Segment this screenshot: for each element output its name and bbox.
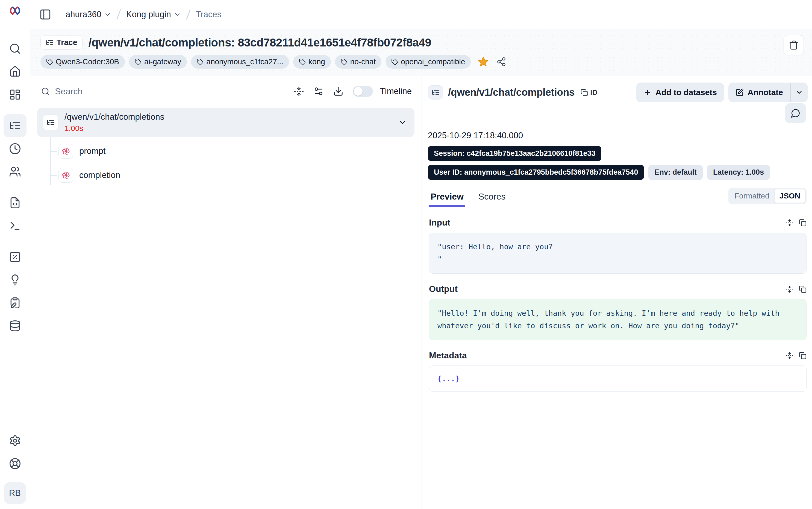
download-icon	[333, 86, 343, 97]
plus-icon	[643, 88, 652, 97]
metadata-section: Metadata {...}	[428, 350, 808, 392]
tag-pill[interactable]: kong	[293, 55, 331, 69]
chevron-down-icon	[398, 118, 407, 127]
sidebar-item-search[interactable]	[4, 37, 27, 60]
terminal-icon	[9, 220, 21, 232]
comments-button[interactable]	[785, 103, 806, 123]
sidebar-item-sessions[interactable]	[4, 137, 27, 160]
tree-search-row: Timeline	[37, 81, 414, 102]
env-badge: Env: default	[648, 165, 703, 180]
trace-node-badge	[43, 114, 59, 130]
star-icon	[478, 56, 489, 68]
breadcrumb-project-selector[interactable]: Kong plugin	[126, 9, 181, 20]
breadcrumb-org-selector[interactable]: ahura360	[66, 9, 111, 20]
app-logo[interactable]	[8, 4, 22, 18]
breadcrumb-page[interactable]: Traces	[196, 9, 222, 20]
output-content: "Hello! I'm doing well, thank you for as…	[437, 307, 798, 332]
fold-vertical-icon[interactable]	[786, 285, 793, 293]
tree-settings-button[interactable]	[313, 86, 324, 97]
copy-icon[interactable]	[799, 285, 807, 293]
tag-icon	[391, 59, 398, 65]
share-button[interactable]	[496, 57, 506, 67]
collapse-all-button[interactable]	[294, 86, 304, 97]
download-button[interactable]	[333, 86, 343, 97]
trash-icon	[789, 40, 799, 50]
tree-root-node[interactable]: /qwen/v1/chat/completions 1.00s	[37, 108, 414, 137]
chevron-down-icon	[104, 11, 111, 18]
list-tree-icon	[9, 120, 21, 132]
tag-icon	[197, 59, 204, 65]
breadcrumb-page-label: Traces	[196, 9, 222, 20]
session-badge[interactable]: Session: c42fca19b75e13aac2b2106610f81e3…	[428, 146, 601, 161]
gear-icon	[9, 435, 21, 447]
sidebar-item-prompts[interactable]	[4, 191, 27, 214]
tag-pill[interactable]: anonymous_c1fca27...	[191, 55, 289, 69]
copy-icon[interactable]	[799, 352, 807, 360]
sidebar-item-home[interactable]	[4, 60, 27, 83]
bookmark-star-button[interactable]	[478, 56, 489, 68]
add-to-datasets-label: Add to datasets	[656, 88, 717, 97]
metadata-content-box[interactable]: {...}	[429, 366, 807, 392]
tag-pill[interactable]: Qwen3-Coder:30B	[40, 55, 125, 69]
sidebar-item-dashboards[interactable]	[4, 83, 27, 106]
sidebar-item-playground[interactable]	[4, 214, 27, 237]
annotate-dropdown-button[interactable]	[790, 82, 808, 102]
user-avatar[interactable]: RB	[4, 482, 26, 504]
tab-preview[interactable]: Preview	[429, 192, 465, 207]
main-column: ahura360 Kong plugin Traces Trace	[30, 0, 812, 509]
copy-id-button[interactable]: ID	[581, 88, 597, 97]
home-icon	[9, 66, 21, 78]
tag-label: Qwen3-Coder:30B	[56, 58, 119, 66]
sidebar-item-evaluation[interactable]	[4, 245, 27, 268]
logo-icon	[8, 4, 22, 18]
tag-label: anonymous_c1fca27...	[206, 58, 283, 66]
add-to-datasets-button[interactable]: Add to datasets	[636, 82, 724, 102]
trace-title: /qwen/v1/chat/completions: 83cd78211d41e…	[88, 36, 432, 49]
fold-vertical-icon[interactable]	[786, 219, 793, 227]
tag-label: ai-gateway	[144, 58, 181, 66]
trace-type-label: Trace	[57, 38, 77, 47]
fold-vertical-icon[interactable]	[786, 352, 793, 360]
breadcrumb-org-label: ahura360	[66, 9, 101, 20]
tree-child-node[interactable]: prompt	[59, 141, 414, 161]
trace-badge	[428, 85, 443, 100]
sidebar-item-support[interactable]	[4, 452, 27, 475]
sidebar-item-insights[interactable]	[4, 268, 27, 292]
tree-child-label: completion	[79, 170, 120, 180]
output-content-box: "Hello! I'm doing well, thank you for as…	[429, 299, 807, 340]
sidebar-item-datasets[interactable]	[4, 314, 27, 337]
sidebar-nav	[4, 37, 27, 337]
format-option-formatted[interactable]: Formatted	[730, 190, 774, 203]
delete-trace-button[interactable]	[784, 35, 804, 55]
sidebar-item-tracing[interactable]	[4, 114, 27, 137]
input-content-box: "user: Hello, how are you? "	[429, 233, 807, 274]
tag-pill[interactable]: no-chat	[335, 55, 381, 69]
tag-pill[interactable]: openai_compatible	[385, 55, 471, 69]
input-heading: Input	[429, 217, 450, 228]
latency-badge: Latency: 1.00s	[707, 165, 770, 180]
search-input[interactable]	[55, 87, 288, 97]
tab-scores[interactable]: Scores	[477, 192, 507, 207]
tree-collapse-chevron[interactable]	[398, 118, 407, 127]
sidebar-item-users[interactable]	[4, 160, 27, 183]
event-node-badge	[59, 168, 73, 182]
copy-icon[interactable]	[799, 219, 807, 227]
tag-pill[interactable]: ai-gateway	[129, 55, 187, 69]
user-id-badge[interactable]: User ID: anonymous_c1fca2795bbedc5f36678…	[428, 165, 644, 180]
list-tree-icon	[46, 38, 54, 47]
annotate-button[interactable]: Annotate	[728, 82, 790, 102]
trace-timestamp: 2025-10-29 17:18:40.000	[428, 131, 808, 140]
format-option-json[interactable]: JSON	[774, 189, 806, 203]
tag-icon	[341, 59, 347, 65]
id-label: ID	[590, 88, 597, 97]
tree-child-node[interactable]: completion	[59, 165, 414, 185]
search-icon	[9, 43, 21, 55]
clock-icon	[9, 143, 21, 155]
trace-tree: /qwen/v1/chat/completions 1.00s pro	[37, 108, 414, 185]
sidebar-item-annotation[interactable]	[4, 292, 27, 314]
sidebar-collapse-button[interactable]	[38, 7, 52, 22]
timeline-toggle[interactable]	[353, 86, 373, 97]
list-tree-icon	[46, 118, 54, 127]
output-heading: Output	[429, 284, 458, 294]
sidebar-item-settings[interactable]	[4, 429, 27, 452]
